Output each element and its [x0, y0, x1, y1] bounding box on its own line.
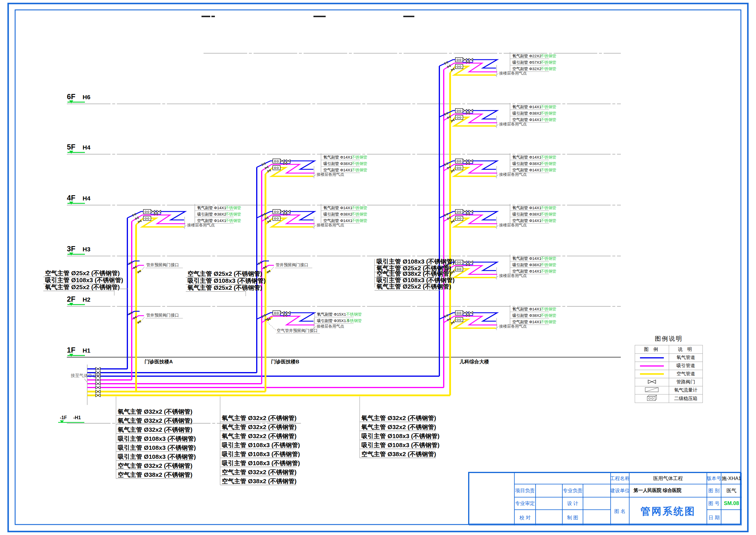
material-label: 不锈钢管: [352, 161, 367, 166]
bypass-valve-icon: [463, 312, 467, 314]
branch-size-label: 吸引副管 Φ57X3: [512, 60, 541, 65]
material-label: 不锈钢管: [541, 307, 556, 311]
regulator-box-icon: [455, 64, 463, 69]
point-label: 接楼层各用气点: [316, 324, 344, 328]
suction-line-cell: [635, 362, 669, 370]
pro-label: 专业负责: [562, 484, 583, 497]
material-label: 不锈钢管: [541, 212, 556, 216]
project-name-label: 工程名称: [610, 473, 629, 484]
material-label: 不锈钢管: [541, 161, 556, 166]
main-size-label: 空气主管 Ø32x2 (不锈钢管): [118, 462, 193, 469]
regulator-box-icon: [273, 311, 280, 315]
air-line-cell: [635, 370, 669, 378]
material-label: 不锈钢管: [541, 218, 556, 223]
material-label: 不锈钢管: [541, 269, 556, 273]
bypass-valve-icon: [286, 312, 290, 314]
branch-size-label: 空气副管 Φ14X1: [323, 218, 352, 223]
main-valve-icon: [96, 379, 100, 381]
regulator-box-icon: [455, 216, 463, 220]
pro-value: [583, 484, 610, 497]
main-size-label: 氧气主管 Ø32x2 (不锈钢管): [118, 417, 193, 424]
branch-size-label: 空气副管 Φ14X1: [512, 218, 541, 223]
bypass-valve-icon: [286, 160, 290, 162]
check-value: [536, 510, 562, 525]
regulator-box-icon: [455, 58, 463, 62]
bypass-valve-icon: [280, 160, 284, 162]
branch-valve-icon: [267, 169, 271, 172]
point-leader: [496, 175, 499, 177]
legend-col-desc: 说 明: [669, 345, 703, 354]
branch-size-label: 吸引副管 Φ38X2: [323, 212, 352, 216]
bypass-valve-icon: [469, 109, 473, 112]
title-empty-top: [514, 473, 610, 484]
branch-size-label: 氧气副管 Φ15X1: [317, 312, 346, 317]
bypass-valve-icon: [151, 210, 155, 213]
branch-size-label: 氧气副管 Φ14X1: [512, 206, 541, 210]
reserved-valve-label: 管井预留阀门接口: [146, 263, 179, 267]
flowmeter-cell: [635, 386, 669, 394]
bypass-valve-icon: [463, 160, 467, 162]
oxygen-line-icon: [640, 357, 664, 358]
main-size-label: 空气主管 Ø25x2 (不锈钢管): [188, 270, 262, 277]
branch-size-label: 氧气副管 Φ14X1: [512, 256, 541, 261]
bypass-valve-icon: [157, 210, 161, 213]
main-size-label: 空气主管 Ø38x2 (不锈钢管): [118, 471, 193, 478]
branch-size-label: 氧气副管 Φ14X1: [512, 105, 541, 109]
branch-valve-icon: [262, 163, 265, 165]
regulator-box-icon: [273, 159, 280, 163]
drawing-name-value: 管网系统图: [629, 497, 707, 525]
legend-desc: 空气管道: [669, 370, 703, 378]
branch-size-label: 吸引副管 Φ38X2: [197, 212, 226, 216]
material-label: 不锈钢管: [541, 105, 556, 109]
bypass-valve-icon: [280, 210, 284, 213]
main-valve-icon: [96, 367, 100, 370]
draft-value: [583, 510, 610, 525]
main-size-label: 吸引主管 Ø108x3 (不锈钢管): [377, 277, 454, 283]
pm-value: [536, 484, 562, 497]
legend-row-regulator: 二级稳压箱: [635, 394, 703, 403]
branch-size-label: 氧气副管 Φ14X1: [512, 155, 541, 159]
main-size-label: 氧气主管 Ø25x2 (不锈钢管): [45, 284, 120, 290]
branch-valve-icon: [445, 163, 448, 165]
floor-label: 4F: [67, 194, 75, 202]
bypass-valve-icon: [469, 160, 473, 162]
regulator-box-icon: [455, 159, 463, 163]
regulator-box-icon: [455, 311, 463, 315]
draft-label: 制 图: [562, 510, 583, 525]
branch-valve-icon: [265, 166, 268, 169]
material-label: 不锈钢管: [352, 212, 367, 216]
main-size-label: 吸引主管 Ø108x3 (不锈钢管): [118, 444, 196, 451]
floor-tag-label: H2: [83, 296, 91, 303]
owner-value: 第一人民医院 综合医院: [629, 484, 707, 497]
project-name-value: 医用气体工程: [629, 473, 707, 484]
regulator-box-icon: [273, 216, 280, 220]
branch-size-label: 氧气副管 Φ22X2: [512, 54, 541, 58]
legend-table: 图 例 说 明 氧气管道 吸引管道 空气管道 管路阀门: [635, 345, 703, 403]
material-label: 不锈钢管: [541, 313, 556, 318]
legend-row-suction: 吸引管道: [635, 362, 703, 370]
legend-col-symbol: 图 例: [635, 345, 669, 354]
point-leader: [496, 326, 499, 329]
main-size-label: 空气主管 Ø38x2 (不锈钢管): [222, 478, 297, 484]
reserved-valve-label: 管井预留阀门接口: [146, 313, 179, 317]
stub-leader: [271, 267, 274, 270]
category-label: 图 别: [707, 484, 721, 497]
floor-label: 3F: [67, 245, 75, 253]
pm-label: 项目负责: [514, 484, 536, 497]
legend-desc: 管路阀门: [669, 378, 703, 386]
floor-tag-label: H6: [83, 94, 91, 100]
floor-label: 2F: [67, 295, 75, 303]
material-label: 不锈钢管: [225, 218, 241, 223]
legend-row-air: 空气管道: [635, 370, 703, 378]
bypass-valve-icon: [469, 312, 473, 314]
owner-label: 建设单位: [610, 484, 629, 497]
check-label: 校 对: [514, 510, 536, 525]
bypass-valve-icon: [286, 210, 290, 213]
branch-size-label: 氧气副管 Φ14X1: [323, 206, 352, 210]
main-size-label: 氧气主管 Ø32x2 (不锈钢管): [222, 414, 297, 421]
branch-valve-icon: [445, 213, 448, 216]
main-valve-icon: [96, 382, 100, 385]
legend-desc: 氧气流量计: [669, 386, 703, 394]
floor-tag-label: H4: [83, 144, 91, 151]
pipe-valve-icon: [648, 380, 656, 384]
